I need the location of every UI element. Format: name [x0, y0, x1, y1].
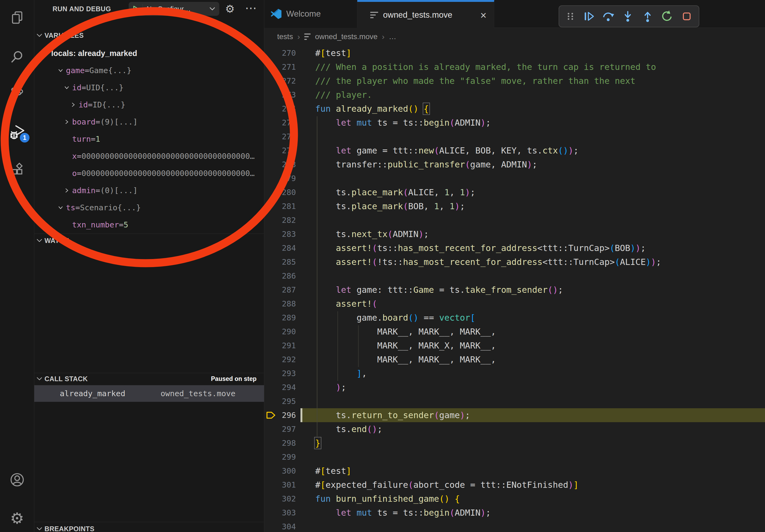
config-dropdown-label[interactable]: No Configur…	[143, 5, 205, 13]
code-line[interactable]: 296ts.return_to_sender(game);	[264, 408, 765, 422]
line-number[interactable]: 286	[264, 269, 296, 283]
line-number[interactable]: 304	[264, 520, 296, 532]
call-stack-section-header[interactable]: CALL STACK Paused on step	[34, 372, 264, 385]
code-line[interactable]: 300#[test]	[264, 464, 765, 478]
variable-row[interactable]: board = (9)[...]	[34, 113, 264, 131]
code-line[interactable]: 273/// player.	[264, 88, 765, 102]
code-line[interactable]: 285assert!(!ts::has_most_recent_for_addr…	[264, 255, 765, 269]
start-debug-icon[interactable]	[129, 4, 143, 14]
step-out-icon[interactable]	[641, 10, 654, 23]
line-number[interactable]: 274	[264, 102, 296, 116]
code-line[interactable]: 287let game: ttt::Game = ts.take_from_se…	[264, 283, 765, 297]
line-number[interactable]: 302	[264, 492, 296, 506]
close-icon[interactable]: ×	[480, 2, 486, 29]
line-number[interactable]: 288	[264, 297, 296, 311]
line-number[interactable]: 287	[264, 283, 296, 297]
code-line[interactable]: 277let game = ttt::new(ALICE, BOB, KEY, …	[264, 143, 765, 157]
chevron-right-icon[interactable]	[68, 102, 79, 108]
variable-row[interactable]: id = ID{...}	[34, 96, 264, 113]
chevron-right-icon[interactable]	[61, 119, 72, 125]
chevron-down-icon[interactable]	[55, 68, 66, 73]
explorer-icon[interactable]	[0, 8, 34, 27]
variable-row[interactable]: txn_number = 5	[34, 216, 264, 233]
debug-settings-gear-icon[interactable]: ⚙	[225, 0, 235, 18]
line-number[interactable]: 275	[264, 116, 296, 130]
line-number[interactable]: 285	[264, 255, 296, 269]
code-line[interactable]: 270#[test]	[264, 46, 765, 60]
code-line[interactable]: 283ts.next_tx(ADMIN);	[264, 227, 765, 241]
code-line[interactable]: 290MARK__, MARK__, MARK__,	[264, 325, 765, 339]
code-line[interactable]: 301#[expected_failure(abort_code = ttt::…	[264, 478, 765, 492]
breadcrumb-item[interactable]: owned_tests.move	[315, 32, 378, 41]
code-line[interactable]: 281ts.place_mark(BOB, 1, 1);	[264, 199, 765, 213]
code-line[interactable]: 272/// the player who made the "false" m…	[264, 74, 765, 88]
line-number[interactable]: 282	[264, 213, 296, 227]
line-number[interactable]: 277	[264, 143, 296, 157]
tab-welcome[interactable]: Welcome	[264, 0, 357, 28]
code-line[interactable]: 280ts.place_mark(ALICE, 1, 1);	[264, 185, 765, 199]
line-number[interactable]: 281	[264, 199, 296, 213]
code-line[interactable]: 292MARK__, MARK__, MARK__,	[264, 353, 765, 367]
variable-row[interactable]: locals: already_marked	[34, 45, 264, 62]
settings-gear-icon[interactable]: ⚙	[0, 509, 34, 528]
breadcrumb-item[interactable]: …	[389, 32, 396, 41]
line-number[interactable]: 293	[264, 367, 296, 381]
line-number[interactable]: 280	[264, 185, 296, 199]
step-into-icon[interactable]	[622, 10, 634, 23]
variables-section-header[interactable]: VARIABLES	[34, 29, 264, 42]
account-icon[interactable]	[0, 470, 34, 489]
code-line[interactable]: 276	[264, 130, 765, 143]
variable-row[interactable]: game = Game{...}	[34, 62, 264, 79]
code-line[interactable]: 304	[264, 520, 765, 532]
more-actions-icon[interactable]: ⋯	[245, 0, 257, 18]
code-line[interactable]: 286	[264, 269, 765, 283]
code-line[interactable]: 295	[264, 394, 765, 408]
code-line[interactable]: 279	[264, 171, 765, 185]
line-number[interactable]: 303	[264, 506, 296, 520]
tab-owned-tests-move[interactable]: owned_tests.move ×	[357, 0, 494, 28]
step-over-icon[interactable]	[602, 10, 614, 23]
code-line[interactable]: 297ts.end();	[264, 422, 765, 436]
code-line[interactable]: 299	[264, 450, 765, 464]
chevron-right-icon[interactable]	[61, 187, 72, 193]
line-number[interactable]: 294	[264, 381, 296, 394]
code-line[interactable]: 298}	[264, 436, 765, 450]
code-line[interactable]: 291MARK__, MARK_X, MARK__,	[264, 339, 765, 353]
line-number[interactable]: 301	[264, 478, 296, 492]
variable-row[interactable]: id = UID{...}	[34, 79, 264, 96]
code-line[interactable]: 288assert!(	[264, 297, 765, 311]
chevron-down-icon[interactable]	[55, 205, 66, 210]
breakpoints-section-header[interactable]: BREAKPOINTS	[34, 522, 264, 532]
line-number[interactable]: 279	[264, 171, 296, 185]
line-number[interactable]: 290	[264, 325, 296, 339]
line-number[interactable]: 284	[264, 241, 296, 255]
variable-row[interactable]: turn = 1	[34, 131, 264, 147]
code-line[interactable]: 289game.board() == vector[	[264, 311, 765, 325]
code-line[interactable]: 303let mut ts = ts::begin(ADMIN);	[264, 506, 765, 520]
launch-config-picker[interactable]: No Configur…	[129, 2, 219, 16]
line-number[interactable]: 299	[264, 450, 296, 464]
chevron-down-icon[interactable]	[40, 50, 51, 56]
search-icon[interactable]	[0, 47, 34, 66]
call-stack-frame-row[interactable]: already_marked owned_tests.move	[34, 385, 264, 402]
code-line[interactable]: 278transfer::public_transfer(game, ADMIN…	[264, 157, 765, 171]
variable-row[interactable]: o = 000000000000000000000000000000000000…	[34, 165, 264, 182]
code-line[interactable]: 274fun already_marked() {	[264, 102, 765, 116]
line-number[interactable]: 271	[264, 60, 296, 74]
line-number[interactable]: 273	[264, 88, 296, 102]
continue-icon[interactable]	[582, 10, 595, 23]
line-number[interactable]: 276	[264, 130, 296, 143]
variable-row[interactable]: x = 000000000000000000000000000000000000…	[34, 147, 264, 165]
watch-section-header[interactable]: WATCH	[34, 234, 264, 247]
drag-handle-icon[interactable]	[565, 10, 575, 22]
restart-icon[interactable]	[661, 10, 673, 23]
line-number[interactable]: 270	[264, 46, 296, 60]
line-number[interactable]: 298	[264, 436, 296, 450]
line-number[interactable]: 291	[264, 339, 296, 353]
stop-icon[interactable]	[681, 10, 693, 23]
code-line[interactable]: 294);	[264, 381, 765, 394]
line-number[interactable]: 297	[264, 422, 296, 436]
chevron-down-icon[interactable]	[61, 85, 72, 91]
code-line[interactable]: 271/// When a position is already marked…	[264, 60, 765, 74]
line-number[interactable]: 300	[264, 464, 296, 478]
